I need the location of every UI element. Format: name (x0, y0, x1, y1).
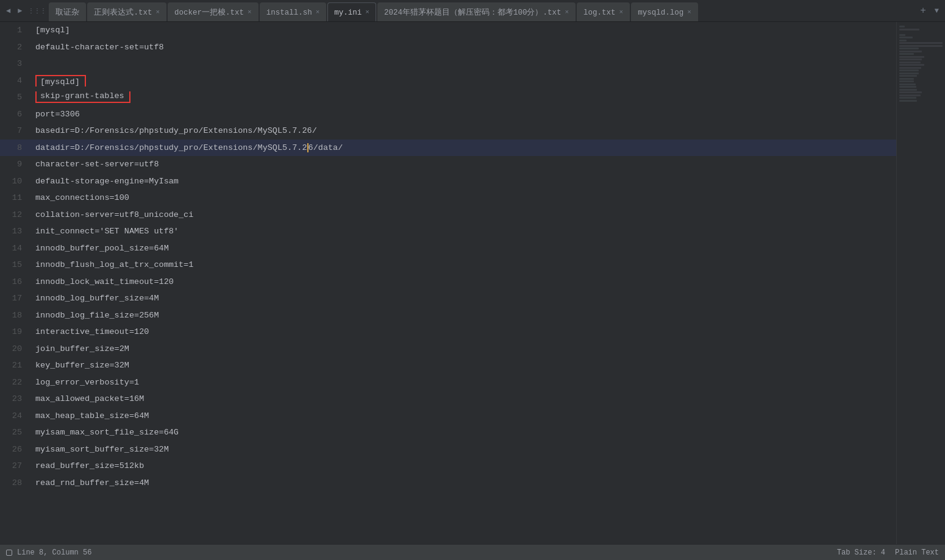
tab-close-btn[interactable]: × (365, 9, 369, 16)
tab-tab-mysqld[interactable]: mysqld.log× (631, 2, 698, 21)
tab-tab-logtxt[interactable]: log.txt× (577, 2, 630, 21)
tab-tab-docker[interactable]: docker一把梭.txt× (168, 2, 259, 21)
line-content-10: default-storage-engine=MyIsam (30, 173, 896, 190)
line-content-18: innodb_log_file_size=256M (30, 307, 896, 324)
tab-overflow-btn[interactable]: ▼ (931, 7, 943, 15)
line-row-9: 9character-set-server=utf8 (0, 156, 896, 173)
line-number-22: 22 (0, 374, 30, 391)
line-content-16: innodb_lock_wait_timeout=120 (30, 274, 896, 291)
line-row-2: 2default-character-set=utf8 (0, 39, 896, 56)
minimap (896, 22, 945, 544)
line-row-8: 8datadir=D:/Forensics/phpstudy_pro/Exten… (0, 140, 896, 157)
status-left: Line 8, Column 56 (6, 548, 91, 557)
line-row-6: 6port=3306 (0, 106, 896, 123)
line-number-27: 27 (0, 458, 30, 475)
line-content-6: port=3306 (30, 106, 896, 123)
tab-close-btn[interactable]: × (687, 9, 691, 16)
line-number-18: 18 (0, 307, 30, 324)
line-content-21: key_buffer_size=32M (30, 357, 896, 374)
line-number-16: 16 (0, 274, 30, 291)
status-right: Tab Size: 4 Plain Text (837, 548, 939, 557)
line-row-7: 7basedir=D:/Forensics/phpstudy_pro/Exten… (0, 122, 896, 140)
line-number-11: 11 (0, 190, 30, 207)
line-number-26: 26 (0, 441, 30, 458)
line-row-5: 5skip-grant-tables (0, 89, 896, 106)
line-content-13: init_connect='SET NAMES utf8' (30, 223, 896, 240)
line-content-15: innodb_flush_log_at_trx_commit=1 (30, 257, 896, 274)
line-content-26: myisam_sort_buffer_size=32M (30, 441, 896, 458)
line-content-20: join_buffer_size=2M (30, 341, 896, 358)
tab-drag-handle: ⋮⋮⋮ (26, 7, 49, 15)
line-content-19: interactive_timeout=120 (30, 324, 896, 341)
line-row-14: 14innodb_buffer_pool_size=64M (0, 240, 896, 257)
line-row-4: 4[mysqld] (0, 73, 896, 90)
tab-close-btn[interactable]: × (316, 9, 320, 16)
line-row-20: 20join_buffer_size=2M (0, 341, 896, 358)
line-content-22: log_error_verbosity=1 (30, 374, 896, 391)
line-number-2: 2 (0, 39, 30, 56)
tab-close-btn[interactable]: × (248, 9, 252, 16)
tab-close-btn[interactable]: × (565, 9, 569, 16)
tab-tab-2024[interactable]: 2024年猎茅杯题目（解压密码：都考100分）.txt× (377, 2, 576, 21)
line-row-28: 28read_rnd_buffer_size=4M (0, 475, 896, 492)
line-row-16: 16innodb_lock_wait_timeout=120 (0, 274, 896, 291)
line-row-23: 23max_allowed_packet=16M (0, 391, 896, 408)
tabs-list: 取证杂正则表达式.txt×docker一把梭.txt×install.sh×my… (49, 0, 915, 21)
line-row-3: 3 (0, 55, 896, 73)
line-number-7: 7 (0, 122, 30, 140)
line-number-1: 1 (0, 22, 30, 39)
code-table: 1[mysql]2default-character-set=utf834[my… (0, 22, 896, 491)
line-content-1: [mysql] (30, 22, 896, 39)
line-number-17: 17 (0, 290, 30, 307)
nav-next-btn[interactable]: ▶ (14, 0, 26, 21)
line-number-20: 20 (0, 341, 30, 358)
add-tab-btn[interactable]: + (915, 5, 931, 16)
line-content-9: character-set-server=utf8 (30, 156, 896, 173)
line-row-25: 25myisam_max_sort_file_size=64G (0, 424, 896, 441)
tab-tab-install[interactable]: install.sh× (260, 2, 327, 21)
line-content-11: max_connections=100 (30, 190, 896, 207)
line-content-12: collation-server=utf8_unicode_ci (30, 207, 896, 224)
line-number-19: 19 (0, 324, 30, 341)
line-number-14: 14 (0, 240, 30, 257)
line-content-28: read_rnd_buffer_size=4M (30, 475, 896, 492)
line-number-3: 3 (0, 55, 30, 73)
code-editor[interactable]: 1[mysql]2default-character-set=utf834[my… (0, 22, 896, 544)
line-content-25: myisam_max_sort_file_size=64G (30, 424, 896, 441)
line-number-6: 6 (0, 106, 30, 123)
line-row-1: 1[mysql] (0, 22, 896, 39)
line-number-28: 28 (0, 475, 30, 492)
line-number-25: 25 (0, 424, 30, 441)
tab-tab-myini[interactable]: my.ini× (327, 2, 376, 21)
status-indicator (6, 550, 12, 556)
line-row-27: 27read_buffer_size=512kb (0, 458, 896, 475)
tab-bar: ◀ ▶ ⋮⋮⋮ 取证杂正则表达式.txt×docker一把梭.txt×insta… (0, 0, 945, 22)
line-number-12: 12 (0, 207, 30, 224)
line-number-21: 21 (0, 357, 30, 374)
line-content-4: [mysqld] (30, 73, 896, 90)
line-content-17: innodb_log_buffer_size=4M (30, 290, 896, 307)
tab-tab-quzhenza[interactable]: 取证杂 (49, 2, 86, 21)
line-number-10: 10 (0, 173, 30, 190)
editor-area: 1[mysql]2default-character-set=utf834[my… (0, 22, 945, 544)
line-content-23: max_allowed_packet=16M (30, 391, 896, 408)
line-number-5: 5 (0, 89, 30, 106)
line-number-23: 23 (0, 391, 30, 408)
line-number-24: 24 (0, 408, 30, 425)
line-row-12: 12collation-server=utf8_unicode_ci (0, 207, 896, 224)
line-number-8: 8 (0, 140, 30, 157)
tab-close-btn[interactable]: × (619, 9, 624, 16)
tab-close-btn[interactable]: × (155, 9, 160, 16)
line-content-27: read_buffer_size=512kb (30, 458, 896, 475)
line-content-14: innodb_buffer_pool_size=64M (30, 240, 896, 257)
line-number-9: 9 (0, 156, 30, 173)
line-row-15: 15innodb_flush_log_at_trx_commit=1 (0, 257, 896, 274)
line-row-26: 26myisam_sort_buffer_size=32M (0, 441, 896, 458)
nav-prev-btn[interactable]: ◀ (2, 0, 14, 21)
file-type-status: Plain Text (895, 548, 939, 557)
tab-tab-regex[interactable]: 正则表达式.txt× (87, 2, 166, 21)
line-content-5: skip-grant-tables (30, 89, 896, 106)
line-content-7: basedir=D:/Forensics/phpstudy_pro/Extens… (30, 122, 896, 140)
line-row-18: 18innodb_log_file_size=256M (0, 307, 896, 324)
line-row-24: 24max_heap_table_size=64M (0, 408, 896, 425)
